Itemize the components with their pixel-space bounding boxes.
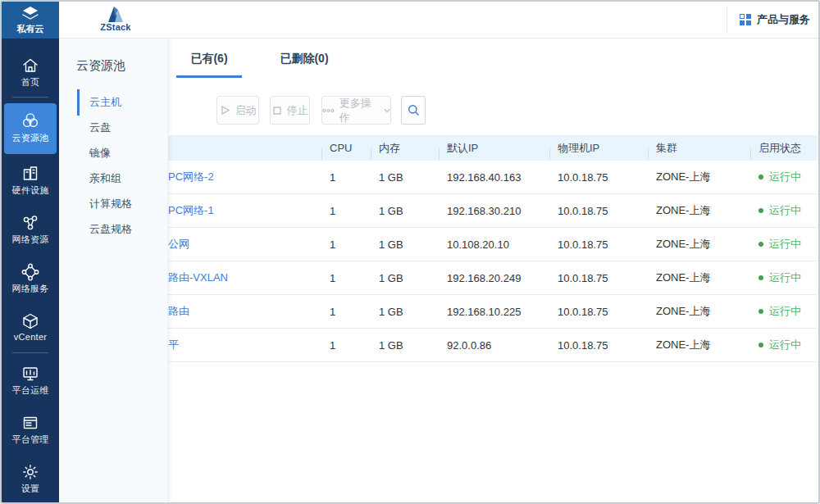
stop-button[interactable]: 停止: [270, 96, 310, 125]
vm-cluster: ZONE-上海: [648, 304, 750, 319]
column-memory: 内存: [371, 141, 439, 156]
vm-memory: 1 GB: [371, 205, 439, 217]
monitor-icon: [21, 365, 39, 383]
status-dot-icon: [758, 242, 763, 247]
vm-name-link[interactable]: PC网络-2: [168, 170, 321, 184]
app-window: 已有(6) 已删除(0) 云主机 启动 停止: [0, 0, 820, 504]
vm-cpu: 1: [321, 339, 371, 352]
table-row[interactable]: 平 1 1 GB 92.0.0.86 10.0.18.75 ZONE-上海 运行…: [168, 329, 818, 362]
home-icon: [21, 57, 39, 75]
cube-icon: [21, 312, 39, 330]
panel-item-disk-offering[interactable]: 云盘规格: [89, 217, 132, 242]
vm-memory: 1 GB: [371, 171, 439, 184]
zstack-logo-icon: [106, 6, 125, 22]
vm-table: CPU 内存 默认IP 物理机IP 集群 启用状态 PC网络-2 1 1 GB …: [168, 135, 818, 362]
vm-default-ip: 192.168.20.249: [439, 272, 549, 284]
header-divider: [727, 7, 727, 34]
vm-default-ip: 192.168.40.163: [439, 171, 549, 184]
vm-host-ip: 10.0.18.75: [549, 171, 648, 184]
sidebar-item-hardware[interactable]: 硬件设施: [4, 159, 57, 205]
sidebar-item-platform-management[interactable]: 平台管理: [4, 408, 57, 454]
vm-memory: 1 GB: [371, 272, 439, 284]
vm-name-link[interactable]: 路由-VXLAN: [168, 270, 321, 285]
status-badge: 运行中: [758, 170, 818, 184]
table-row[interactable]: 路由 1 1 GB 192.168.10.225 10.0.18.75 ZONE…: [168, 295, 818, 329]
stop-icon: [272, 106, 282, 116]
vm-cpu: 1: [321, 238, 371, 251]
play-icon: [220, 105, 230, 116]
primary-sidebar: 私有云 首页 云资源池 硬件设施: [2, 2, 59, 504]
sidebar-item-network-resource[interactable]: 网络资源: [4, 208, 57, 254]
vm-cluster: ZONE-上海: [648, 237, 750, 252]
sidebar-item-label: 平台管理: [4, 434, 57, 446]
vm-host-ip: 10.0.18.75: [549, 306, 648, 318]
panel-item-affinity-group[interactable]: 亲和组: [89, 166, 121, 191]
tab-existing[interactable]: 已有(6): [176, 39, 242, 78]
sidebar-item-label: vCenter: [4, 332, 57, 342]
status-badge: 运行中: [758, 203, 818, 218]
vm-cpu: 1: [321, 272, 371, 284]
status-dot-icon: [758, 275, 763, 280]
stop-label: 停止: [287, 103, 308, 118]
status-dot-icon: [758, 309, 763, 314]
sidebar-divider: [12, 352, 48, 353]
search-button[interactable]: [401, 96, 426, 125]
zstack-logo-text: ZStack: [92, 22, 139, 32]
window-icon: [21, 414, 39, 432]
sidebar-item-vcenter[interactable]: vCenter: [4, 306, 57, 352]
vm-default-ip: 10.108.20.10: [439, 238, 549, 251]
start-label: 启动: [235, 103, 257, 118]
panel-item-image[interactable]: 镜像: [89, 141, 111, 166]
table-row[interactable]: PC网络-2 1 1 GB 192.168.40.163 10.0.18.75 …: [168, 161, 818, 194]
toolbar: 云主机 启动 停止 更多操作: [59, 96, 820, 125]
hardware-icon: [21, 165, 39, 183]
sidebar-item-settings[interactable]: 设置: [4, 457, 57, 503]
sidebar-item-platform-ops[interactable]: 平台运维: [4, 359, 57, 405]
resource-pool-icon: [20, 111, 40, 130]
vm-cpu: 1: [321, 171, 371, 184]
status-badge: 运行中: [758, 338, 818, 352]
tab-deleted[interactable]: 已删除(0): [271, 39, 338, 78]
start-button[interactable]: 启动: [216, 96, 259, 125]
panel-item-vm[interactable]: 云主机: [89, 90, 121, 115]
vm-cluster: ZONE-上海: [648, 270, 750, 285]
vm-memory: 1 GB: [371, 238, 439, 251]
main-content: 已有(6) 已删除(0) 云主机 启动 停止: [59, 39, 820, 504]
vm-cluster: ZONE-上海: [648, 203, 750, 218]
status-dot-icon: [758, 208, 763, 213]
private-cloud-label: 私有云: [2, 23, 59, 35]
panel-item-instance-offering[interactable]: 计算规格: [89, 192, 132, 216]
more-actions-button[interactable]: 更多操作: [321, 96, 391, 125]
table-row[interactable]: PC网络-1 1 1 GB 192.168.30.210 10.0.18.75 …: [168, 194, 818, 228]
private-cloud-button[interactable]: 私有云: [2, 2, 59, 39]
vm-default-ip: 92.0.0.86: [439, 339, 549, 352]
products-services-label: 产品与服务: [757, 12, 810, 27]
products-services-button[interactable]: 产品与服务: [740, 12, 810, 27]
vm-memory: 1 GB: [371, 339, 439, 352]
table-row[interactable]: 路由-VXLAN 1 1 GB 192.168.20.249 10.0.18.7…: [168, 261, 818, 295]
vm-name-link[interactable]: PC网络-1: [168, 203, 321, 218]
zstack-logo[interactable]: ZStack: [92, 4, 139, 32]
sidebar-item-home[interactable]: 首页: [4, 51, 57, 97]
vm-host-ip: 10.0.18.75: [549, 205, 648, 217]
vm-name-link[interactable]: 公网: [168, 237, 321, 252]
network-resource-icon: [21, 214, 39, 232]
more-actions-label: 更多操作: [339, 96, 379, 125]
status-badge: 运行中: [758, 304, 818, 319]
sidebar-item-network-service[interactable]: 网络服务: [4, 257, 57, 303]
vm-cluster: ZONE-上海: [648, 170, 750, 184]
vm-name-link[interactable]: 平: [168, 338, 321, 352]
sidebar-item-resource-pool[interactable]: 云资源池: [4, 103, 57, 154]
vm-name-link[interactable]: 路由: [168, 304, 321, 319]
sidebar-item-label: 首页: [4, 76, 57, 89]
sidebar-item-label: 网络资源: [4, 234, 57, 246]
panel-item-volume[interactable]: 云盘: [89, 116, 111, 140]
sidebar-item-label: 平台运维: [4, 384, 57, 397]
search-icon: [408, 104, 420, 116]
status-badge: 运行中: [758, 270, 818, 285]
table-row[interactable]: 公网 1 1 GB 10.108.20.10 10.0.18.75 ZONE-上…: [168, 228, 818, 261]
vm-cluster: ZONE-上海: [648, 338, 750, 352]
vm-cpu: 1: [321, 306, 371, 318]
column-host-ip: 物理机IP: [549, 141, 648, 156]
top-header: ZStack 产品与服务: [59, 2, 820, 39]
